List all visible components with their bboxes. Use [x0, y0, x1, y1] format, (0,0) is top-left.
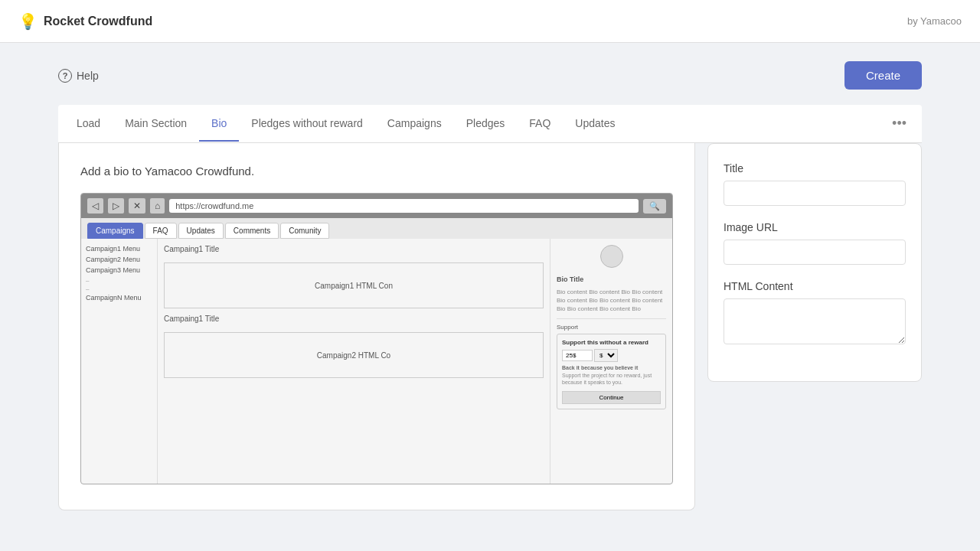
browser-sidebar: Campaign1 Menu Campaign2 Menu Campaign3 … — [81, 239, 158, 484]
browser-right: Bio Title Bio content Bio content Bio Bi… — [550, 239, 672, 484]
create-button[interactable]: Create — [844, 61, 922, 90]
sidebar-dot-2: – — [86, 285, 152, 292]
browser-url-input[interactable] — [169, 199, 639, 213]
browser-inner-tabs: Campaigns FAQ Updates Comments Comunity — [81, 218, 672, 239]
sidebar-item-3: Campaign3 Menu — [86, 266, 152, 274]
support-continue-button[interactable]: Continue — [562, 391, 661, 404]
page: ? Help Create Load Main Section Bio Pled… — [46, 43, 934, 529]
browser-main-area: Campaign1 Menu Campaign2 Menu Campaign3 … — [81, 239, 672, 484]
tab-updates[interactable]: Updates — [563, 106, 627, 142]
browser-back-btn[interactable]: ◁ — [87, 198, 103, 214]
help-bar: ? Help Create — [58, 61, 922, 90]
support-box-title: Support this without a reward — [562, 339, 661, 346]
support-desc: Back it because you believe it — [562, 365, 661, 370]
help-label: Help — [77, 70, 99, 82]
html-content-label: HTML Content — [724, 280, 906, 292]
support-input-row: $ — [562, 349, 661, 362]
image-url-input[interactable] — [724, 240, 906, 265]
html-content-field-group: HTML Content — [724, 280, 906, 347]
tab-bio[interactable]: Bio — [199, 106, 239, 142]
browser-tab-comunity[interactable]: Comunity — [280, 223, 329, 239]
sidebar-item-n: CampaignN Menu — [86, 294, 152, 302]
title-field-group: Title — [724, 162, 906, 206]
bio-content: Bio content Bio content Bio Bio content … — [557, 288, 666, 314]
browser-search-btn[interactable]: 🔍 — [643, 199, 666, 214]
browser-center: Campaing1 Title Campaign1 HTML Con Campa… — [158, 239, 550, 484]
browser-close-btn[interactable]: ✕ — [129, 198, 145, 214]
browser-tab-campaigns[interactable]: Campaigns — [87, 223, 143, 239]
navbar-by-label: by Yamacoo — [907, 15, 962, 27]
support-sub-desc: Support the project for no reward, just … — [562, 372, 661, 386]
help-link[interactable]: ? Help — [58, 69, 99, 83]
browser-toolbar: ◁ ▷ ✕ ⌂ 🔍 — [81, 194, 672, 218]
campaign2-title: Campaing1 Title — [164, 315, 544, 323]
brand-name: Rocket Crowdfund — [44, 15, 152, 28]
browser-home-btn[interactable]: ⌂ — [150, 198, 165, 214]
campaign1-title: Campaing1 Title — [164, 245, 544, 253]
browser-tab-updates[interactable]: Updates — [178, 223, 224, 239]
help-icon: ? — [58, 69, 72, 83]
title-label: Title — [724, 162, 906, 174]
tab-load[interactable]: Load — [64, 106, 113, 142]
browser-tab-comments[interactable]: Comments — [225, 223, 279, 239]
browser-mockup: ◁ ▷ ✕ ⌂ 🔍 Campaigns FAQ Updates Comments… — [80, 193, 673, 484]
tab-main-section[interactable]: Main Section — [113, 106, 199, 142]
tab-pledges[interactable]: Pledges — [454, 106, 518, 142]
tab-bar: Load Main Section Bio Pledges without re… — [58, 105, 922, 143]
campaign2-html-box: Campaign2 HTML Co — [164, 332, 544, 378]
sidebar-item-2: Campaign2 Menu — [86, 256, 152, 263]
sidebar-dot-1: – — [86, 277, 152, 284]
tab-faq[interactable]: FAQ — [517, 106, 563, 142]
browser-tab-faq[interactable]: FAQ — [145, 223, 177, 239]
tab-more[interactable]: ••• — [883, 105, 916, 142]
support-currency-dropdown[interactable]: $ — [594, 349, 618, 362]
brand: 💡 Rocket Crowdfund — [18, 12, 152, 31]
brand-icon: 💡 — [18, 12, 38, 31]
left-panel: Add a bio to Yamacoo Crowdfund. ◁ ▷ ✕ ⌂ … — [58, 143, 695, 510]
support-section: Support Support this without a reward $ … — [557, 318, 666, 409]
sidebar-item-1: Campaign1 Menu — [86, 245, 152, 253]
tab-campaigns[interactable]: Campaigns — [375, 106, 454, 142]
support-label: Support — [557, 324, 666, 331]
support-box: Support this without a reward $ Back it … — [557, 334, 666, 409]
panel-description: Add a bio to Yamacoo Crowdfund. — [80, 165, 673, 178]
tab-pledges-without-reward[interactable]: Pledges without reward — [239, 106, 375, 142]
bio-title: Bio Title — [557, 276, 666, 283]
html-content-textarea[interactable] — [724, 298, 906, 344]
support-amount-input[interactable] — [562, 350, 593, 361]
navbar: 💡 Rocket Crowdfund by Yamacoo — [0, 0, 980, 43]
right-panel: Title Image URL HTML Content — [707, 143, 922, 382]
image-url-label: Image URL — [724, 221, 906, 233]
browser-forward-btn[interactable]: ▷ — [108, 198, 124, 214]
bio-avatar — [600, 245, 623, 268]
title-input[interactable] — [724, 181, 906, 206]
campaign1-html-box: Campaign1 HTML Con — [164, 262, 544, 308]
content-area: Add a bio to Yamacoo Crowdfund. ◁ ▷ ✕ ⌂ … — [58, 143, 922, 510]
image-url-field-group: Image URL — [724, 221, 906, 265]
